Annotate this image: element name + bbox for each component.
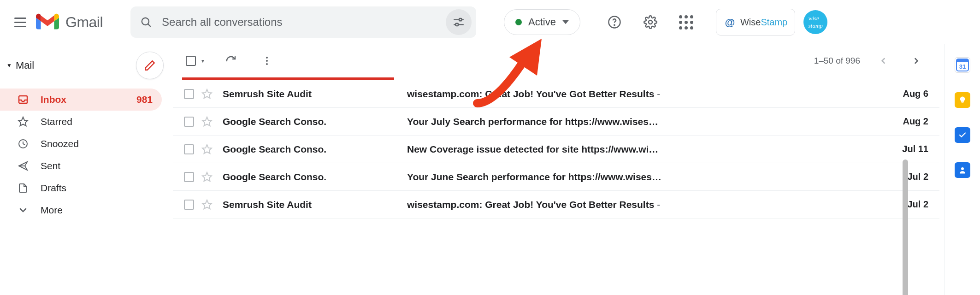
row-checkbox[interactable] <box>184 144 194 154</box>
inbox-icon <box>17 93 30 106</box>
svg-marker-11 <box>18 117 28 126</box>
mail-row[interactable]: Semrush Site Auditwisestamp.com: Great J… <box>173 80 939 108</box>
mail-sender: Google Search Conso. <box>223 171 407 183</box>
sidebar: ▼ Mail Inbox981StarredSnoozedSentDraftsM… <box>0 44 173 295</box>
svg-point-7 <box>614 25 615 26</box>
sidebar-item-label: Sent <box>41 160 153 171</box>
mail-subject: Your July Search performance for https:/… <box>407 116 887 127</box>
svg-line-1 <box>148 24 150 26</box>
sidebar-item-drafts[interactable]: Drafts <box>0 177 162 199</box>
settings-button[interactable] <box>639 11 661 33</box>
status-label: Active <box>528 16 556 28</box>
mail-date: Jul 11 <box>887 144 928 154</box>
row-checkbox[interactable] <box>184 200 194 210</box>
search-icon[interactable] <box>135 11 157 33</box>
svg-marker-17 <box>202 89 212 98</box>
search-box[interactable] <box>130 6 476 38</box>
clock-icon <box>17 137 30 150</box>
mail-sender: Semrush Site Audit <box>223 199 407 210</box>
refresh-button[interactable] <box>221 51 241 71</box>
status-dot-icon <box>515 19 522 25</box>
svg-point-16 <box>266 63 268 65</box>
star-icon[interactable] <box>201 144 213 155</box>
gmail-logo[interactable]: Gmail <box>36 13 103 31</box>
star-icon <box>17 115 30 128</box>
mail-subject: wisestamp.com: Great Job! You've Got Bet… <box>407 88 887 100</box>
mail-section-toggle[interactable]: ▼ Mail <box>6 59 34 71</box>
brand-part2: Stamp <box>761 17 787 28</box>
toolbar: ▼ 1–50 of 996 <box>173 44 939 77</box>
svg-marker-19 <box>202 145 212 153</box>
status-selector[interactable]: Active <box>504 9 580 35</box>
sidebar-item-more[interactable]: More <box>0 199 162 221</box>
svg-rect-4 <box>459 18 461 21</box>
svg-point-15 <box>266 60 268 62</box>
caret-down-icon: ▼ <box>6 62 12 69</box>
sidebar-item-label: Starred <box>41 116 153 127</box>
search-input[interactable] <box>157 16 446 29</box>
row-checkbox[interactable] <box>184 172 194 182</box>
sidebar-item-label: Inbox <box>41 94 125 105</box>
compose-button[interactable] <box>136 52 164 79</box>
svg-rect-5 <box>456 24 458 26</box>
mail-subject: wisestamp.com: Great Job! You've Got Bet… <box>407 199 887 210</box>
mail-date: Aug 6 <box>887 88 928 99</box>
sidebar-item-label: Snoozed <box>41 138 153 149</box>
header-icons <box>603 11 697 33</box>
select-all-checkbox[interactable]: ▼ <box>186 56 205 66</box>
mail-subject: New Coverage issue detected for site htt… <box>407 144 887 155</box>
keep-addon[interactable] <box>955 92 970 108</box>
next-page-button[interactable] <box>906 51 927 71</box>
mail-row[interactable]: Semrush Site Auditwisestamp.com: Great J… <box>173 191 939 218</box>
tasks-addon[interactable] <box>955 127 970 143</box>
google-apps-button[interactable] <box>675 11 697 33</box>
svg-marker-18 <box>202 117 212 126</box>
svg-point-14 <box>266 57 268 59</box>
star-icon[interactable] <box>201 88 213 100</box>
mail-sender: Google Search Conso. <box>223 144 407 155</box>
mail-sender: Semrush Site Audit <box>223 88 407 100</box>
star-icon[interactable] <box>201 171 213 183</box>
search-options-button[interactable] <box>446 9 472 35</box>
more-button[interactable] <box>257 51 277 71</box>
mail-row[interactable]: Google Search Conso.Your July Search per… <box>173 108 939 136</box>
mail-list: Semrush Site Auditwisestamp.com: Great J… <box>173 80 939 295</box>
svg-text:@: @ <box>725 17 735 28</box>
mail-row[interactable]: Google Search Conso.New Coverage issue d… <box>173 136 939 163</box>
support-button[interactable] <box>603 11 626 33</box>
contacts-addon[interactable] <box>955 162 970 178</box>
scrollbar[interactable] <box>903 159 908 295</box>
star-icon[interactable] <box>201 116 213 127</box>
row-checkbox[interactable] <box>184 117 194 127</box>
gmail-m-icon <box>36 13 59 31</box>
svg-text:31: 31 <box>959 63 965 70</box>
mail-section-label: Mail <box>16 59 34 71</box>
row-checkbox[interactable] <box>184 89 194 99</box>
send-icon <box>17 159 30 172</box>
star-icon[interactable] <box>201 199 213 210</box>
brand-part1: Wise <box>740 17 761 28</box>
account-avatar[interactable]: wisestamp <box>803 10 827 34</box>
sidebar-item-count: 981 <box>136 94 153 105</box>
svg-point-8 <box>649 20 652 24</box>
svg-point-25 <box>961 167 964 170</box>
chevron-down-icon <box>562 19 569 25</box>
sidebar-item-starred[interactable]: Starred <box>0 111 162 133</box>
sidebar-item-inbox[interactable]: Inbox981 <box>0 88 162 111</box>
sidebar-item-sent[interactable]: Sent <box>0 155 162 177</box>
workspace-brand[interactable]: @ WiseStamp <box>716 9 795 35</box>
prev-page-button[interactable] <box>873 51 893 71</box>
sidebar-item-label: More <box>41 205 153 216</box>
mail-sender: Google Search Conso. <box>223 116 407 127</box>
side-panel: 31 <box>944 44 980 295</box>
svg-rect-23 <box>956 59 968 62</box>
calendar-addon[interactable]: 31 <box>955 57 970 73</box>
sidebar-item-label: Drafts <box>41 183 153 194</box>
chevron-down-icon: ▼ <box>201 59 205 64</box>
main-menu-button[interactable] <box>9 11 31 33</box>
mail-row[interactable]: Google Search Conso.Your June Search per… <box>173 163 939 191</box>
mail-subject: Your June Search performance for https:/… <box>407 171 887 183</box>
svg-marker-21 <box>202 200 212 209</box>
sidebar-item-snoozed[interactable]: Snoozed <box>0 133 162 155</box>
svg-point-0 <box>142 18 149 25</box>
